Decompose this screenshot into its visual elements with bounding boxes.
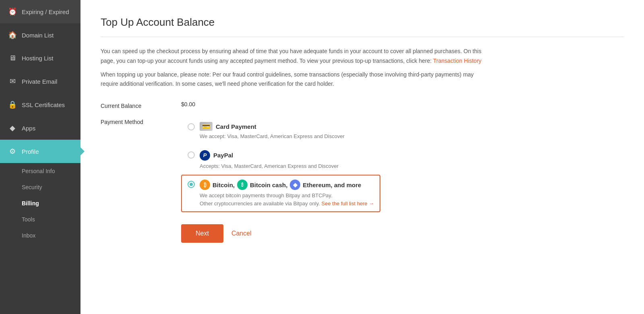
bitcoin-icon: ₿ bbox=[200, 180, 210, 190]
payment-crypto-title: ₿ Bitcoin, ₿ Bitcoin cash, ◆ Ethereum, a… bbox=[200, 180, 374, 190]
transaction-history-link[interactable]: Transaction History bbox=[433, 58, 481, 64]
payment-methods: 💳 Card Payment We accept: Visa, MasterCa… bbox=[181, 117, 380, 212]
apps-icon: ◆ bbox=[8, 124, 17, 132]
sidebar-item-apps[interactable]: ◆ Apps bbox=[0, 116, 80, 140]
sidebar-item-label: Hosting List bbox=[22, 55, 53, 62]
divider bbox=[101, 37, 624, 37]
card-icon: 💳 bbox=[200, 122, 213, 131]
radio-paypal[interactable] bbox=[188, 151, 195, 159]
main-content: Top Up Account Balance You can speed up … bbox=[80, 0, 644, 314]
sidebar-sub-item-inbox[interactable]: Inbox bbox=[0, 227, 80, 244]
radio-card[interactable] bbox=[188, 123, 195, 130]
description-1: You can speed up the checkout process by… bbox=[101, 47, 483, 66]
paypal-icon: P bbox=[200, 150, 210, 161]
sidebar-sub-item-personal-info[interactable]: Personal Info bbox=[0, 163, 80, 179]
ethereum-icon: ◆ bbox=[290, 180, 300, 190]
bitcoin-cash-icon: ₿ bbox=[237, 180, 248, 190]
sidebar-item-label: Profile bbox=[22, 148, 39, 155]
button-row: Next Cancel bbox=[181, 224, 624, 243]
sidebar-item-label: Expiring / Expired bbox=[22, 8, 69, 15]
payment-paypal-title: P PayPal bbox=[200, 150, 374, 161]
current-balance-row: Current Balance $0.00 bbox=[101, 101, 463, 109]
next-button[interactable]: Next bbox=[181, 224, 223, 243]
clock-icon: ⏰ bbox=[8, 7, 17, 16]
home-icon: 🏠 bbox=[8, 31, 17, 39]
gear-icon: ⚙ bbox=[8, 147, 17, 156]
email-icon: ✉ bbox=[8, 77, 17, 86]
sidebar-item-ssl-certificates[interactable]: 🔒 SSL Certificates bbox=[0, 93, 80, 116]
payment-option-paypal[interactable]: P PayPal Accepts: Visa, MasterCard, Amer… bbox=[181, 145, 380, 175]
sidebar-item-hosting-list[interactable]: 🖥 Hosting List bbox=[0, 47, 80, 70]
payment-card-title: 💳 Card Payment bbox=[200, 122, 374, 131]
sidebar-item-label: SSL Certificates bbox=[22, 101, 65, 108]
current-balance-value: $0.00 bbox=[181, 101, 195, 107]
lock-icon: 🔒 bbox=[8, 100, 17, 109]
payment-method-row: Payment Method 💳 Card Payment We accept:… bbox=[101, 117, 463, 212]
cancel-button[interactable]: Cancel bbox=[231, 230, 252, 237]
sidebar-item-domain-list[interactable]: 🏠 Domain List bbox=[0, 23, 80, 47]
sidebar-sub-label: Inbox bbox=[22, 232, 35, 239]
payment-crypto-sub: We accept bitcoin payments through Bitpa… bbox=[200, 192, 374, 207]
sidebar-sub-label: Tools bbox=[22, 216, 35, 223]
radio-crypto[interactable] bbox=[188, 181, 195, 188]
current-balance-label: Current Balance bbox=[101, 101, 181, 109]
crypto-icons: ₿ Bitcoin, ₿ Bitcoin cash, ◆ Ethereum, a… bbox=[200, 180, 361, 190]
sidebar-sub-item-security[interactable]: Security bbox=[0, 179, 80, 195]
sidebar-sub-item-tools[interactable]: Tools bbox=[0, 211, 80, 227]
payment-option-card[interactable]: 💳 Card Payment We accept: Visa, MasterCa… bbox=[181, 117, 380, 145]
sidebar-item-private-email[interactable]: ✉ Private Email bbox=[0, 70, 80, 93]
payment-option-crypto[interactable]: ₿ Bitcoin, ₿ Bitcoin cash, ◆ Ethereum, a… bbox=[181, 175, 380, 212]
sidebar-item-label: Private Email bbox=[22, 78, 57, 85]
crypto-full-list-link[interactable]: See the full list here → bbox=[322, 200, 374, 207]
payment-paypal-sub: Accepts: Visa, MasterCard, American Expr… bbox=[200, 162, 374, 170]
fraud-note: When topping up your balance, please not… bbox=[101, 70, 483, 89]
payment-card-sub: We accept: Visa, MasterCard, American Ex… bbox=[200, 132, 374, 140]
sidebar-sub-label: Security bbox=[22, 184, 42, 190]
sidebar: ⏰ Expiring / Expired 🏠 Domain List 🖥 Hos… bbox=[0, 0, 80, 314]
sidebar-item-label: Apps bbox=[22, 125, 35, 132]
sidebar-item-expiring-expired[interactable]: ⏰ Expiring / Expired bbox=[0, 0, 80, 23]
sidebar-sub-item-billing[interactable]: Billing bbox=[0, 195, 80, 211]
sidebar-sub-label: Personal Info bbox=[22, 168, 55, 174]
sidebar-sub-label: Billing bbox=[22, 200, 39, 207]
sidebar-item-label: Domain List bbox=[22, 32, 54, 39]
page-title: Top Up Account Balance bbox=[101, 16, 624, 29]
sidebar-item-profile[interactable]: ⚙ Profile bbox=[0, 140, 80, 163]
server-icon: 🖥 bbox=[8, 54, 17, 62]
payment-method-label: Payment Method bbox=[101, 117, 181, 125]
